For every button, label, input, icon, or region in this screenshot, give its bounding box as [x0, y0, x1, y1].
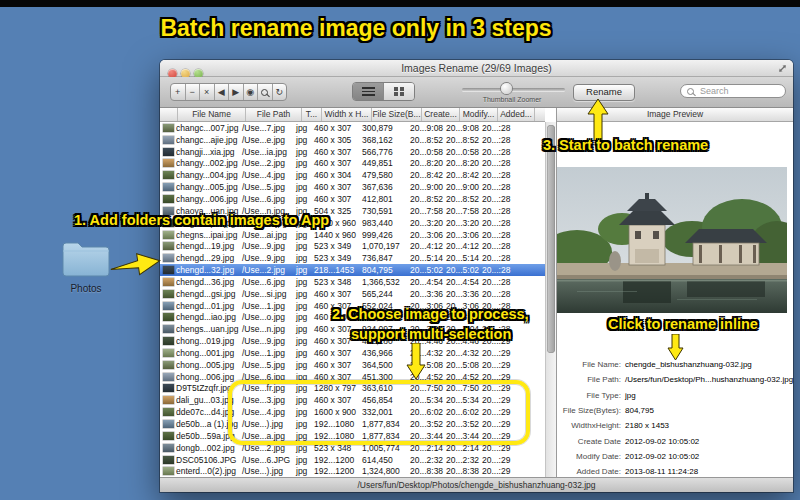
table-scrollbar-thumb[interactable]	[547, 125, 555, 353]
preview-eye-button[interactable]: ◉	[244, 84, 259, 100]
cell-dims: 460 x 307	[312, 348, 360, 358]
table-row[interactable]: changc...ajie.jpg/Use...e.jpgjpg460 x 30…	[160, 134, 545, 146]
column-header-7[interactable]: Modify...	[460, 108, 498, 121]
cell-added: 20...:29	[480, 466, 515, 476]
column-header-3[interactable]: T...	[302, 108, 322, 121]
photos-folder[interactable]: Photos	[58, 238, 114, 294]
refresh-button[interactable]: ↻	[273, 84, 287, 100]
cell-added: 20...:28	[480, 230, 515, 240]
table-row[interactable]: changy...004.jpg/Use...4.jpgjpg460 x 304…	[160, 169, 545, 181]
table-row[interactable]: enterd...0(2).jpg/Use...).jpgjpg192...12…	[160, 465, 545, 477]
next-button[interactable]: ▶	[229, 84, 244, 100]
table-row[interactable]: chengd...19.jpg/Use...9.jpgjpg523 x 3491…	[160, 240, 545, 252]
table-row[interactable]: changc...007.jpg/Use...7.jpgjpg460 x 307…	[160, 122, 545, 134]
table-row[interactable]: changy...006.jpg/Use...6.jpgjpg460 x 307…	[160, 193, 545, 205]
window-title: Images Rename (29/69 Images)	[160, 62, 793, 74]
cell-path: /Use...9.jpg	[240, 241, 294, 251]
resize-grip-icon[interactable]	[777, 63, 788, 74]
cell-modified: 20...3:06	[444, 230, 480, 240]
table-header-row: File NameFile PathT...Width x H...File S…	[160, 108, 545, 122]
remove-button[interactable]: −	[186, 84, 201, 100]
file-thumbnail-icon	[163, 290, 174, 298]
arrow-to-selection-icon	[406, 343, 426, 380]
cell-dims: 523 x 349	[312, 241, 360, 251]
cell-size: 730,591	[360, 206, 408, 216]
cell-dims: 460 x 307	[312, 194, 360, 204]
remove-icon: −	[190, 85, 195, 100]
delete-button[interactable]: ×	[200, 84, 215, 100]
cell-created: 20...3:20	[408, 218, 444, 228]
cell-added: 20...:28	[480, 289, 515, 299]
cell-name: chegns...ipai.jpg	[174, 230, 240, 240]
list-view-button[interactable]	[353, 83, 383, 100]
cell-type: jpg	[294, 466, 312, 476]
table-row[interactable]: chengd...29.jpg/Use...9.jpgjpg523 x 3497…	[160, 252, 545, 264]
image-preview-panel: Image Preview	[556, 108, 793, 477]
column-header-2[interactable]: File Path	[246, 108, 302, 121]
file-thumbnail-icon	[163, 408, 174, 416]
file-thumbnail-icon	[163, 396, 174, 404]
table-row[interactable]: changy...002.jpg/Use...2.jpgjpg460 x 307…	[160, 158, 545, 170]
grid-icon	[394, 87, 404, 96]
cell-modified: 20...4:12	[444, 241, 480, 251]
detail-row: Added Date:2013-08-11 11:24:28	[557, 467, 790, 476]
column-header-4[interactable]: Width x H...	[322, 108, 372, 121]
column-header-0[interactable]	[160, 108, 178, 121]
table-row[interactable]: changji...xia.jpg/Use...ia.jpgjpg460 x 3…	[160, 146, 545, 158]
detail-row: Modify Date:2012-09-02 10:05:02	[557, 452, 790, 461]
file-thumbnail-icon	[163, 136, 174, 144]
folder-label: Photos	[58, 283, 114, 294]
cell-type: jpg	[294, 241, 312, 251]
refresh-icon: ↻	[275, 85, 283, 100]
search-field[interactable]	[680, 84, 786, 98]
cell-path: /Use...5.jpg	[240, 182, 294, 192]
top-black-bar	[0, 0, 800, 7]
annotation-step3: 3. Start to batch rename	[543, 137, 708, 153]
detail-value: 804,795	[625, 406, 654, 415]
cell-dims: 460 x 307	[312, 289, 360, 299]
detail-label: File Size(Bytes):	[557, 406, 621, 415]
column-header-1[interactable]: File Name	[178, 108, 246, 121]
add-button[interactable]: +	[171, 84, 186, 100]
cell-path: /Use...2.jpg	[240, 265, 294, 275]
column-header-8[interactable]: Added...	[498, 108, 535, 121]
cell-added: 20...:28	[480, 206, 515, 216]
table-row[interactable]: chong...005.jpg/Use...5.jpgjpg460 x 3073…	[160, 359, 545, 371]
cell-created: 20...2:32	[408, 455, 444, 465]
cell-dims: 523 x 349	[312, 253, 360, 263]
file-thumbnail-icon	[163, 456, 174, 464]
status-bar-path: /Users/fun/Desktop/Photos/chengde_bishus…	[160, 477, 793, 492]
cell-created: 20...8:38	[408, 466, 444, 476]
cell-created: 20...8:42	[408, 170, 444, 180]
folder-icon	[61, 238, 111, 278]
cell-type: jpg	[294, 182, 312, 192]
tutorial-banner: Batch rename image only in 3 steps	[0, 15, 712, 42]
grid-view-button[interactable]	[383, 83, 414, 100]
cell-name: DSC05106.JPG	[174, 455, 240, 465]
detail-value[interactable]: chengde_bishushanzhuang-032.jpg	[625, 360, 752, 369]
cell-type: jpg	[294, 253, 312, 263]
table-row[interactable]: changy...005.jpg/Use...5.jpgjpg460 x 307…	[160, 181, 545, 193]
column-header-6[interactable]: Create...	[422, 108, 460, 121]
cell-added: 20...:28	[480, 123, 515, 133]
previous-button[interactable]: ◀	[215, 84, 230, 100]
file-thumbnail-icon	[163, 325, 174, 333]
zoom-search-button[interactable]	[258, 84, 273, 100]
detail-value: 2012-09-02 10:05:02	[625, 437, 699, 446]
cell-name: chengd...01.jpg	[174, 301, 240, 311]
thumbnail-zoom-slider-knob[interactable]	[501, 83, 512, 94]
table-row[interactable]: chengd...gsi.jpg/Use...si.jpgjpg460 x 30…	[160, 288, 545, 300]
thumbnail-zoom-slider-track[interactable]	[462, 88, 565, 91]
table-row[interactable]: chengd...32.jpg/Use...2.jpgjpg218...1453…	[160, 264, 545, 276]
table-row[interactable]: DSC05106.JPG/Use...6.JPGjpg192...1200614…	[160, 454, 545, 466]
table-row[interactable]: chengd...36.jpg/Use...6.jpgjpg523 x 3481…	[160, 276, 545, 288]
table-row[interactable]: chong...001.jpg/Use...1.jpgjpg460 x 3074…	[160, 347, 545, 359]
window-titlebar: Images Rename (29/69 Images)	[160, 60, 793, 77]
table-row[interactable]: chegns...ipai.jpg/Use...ai.jpgjpg1440 x …	[160, 229, 545, 241]
search-input[interactable]	[698, 85, 782, 97]
cell-size: 368,162	[360, 135, 408, 145]
cell-name: changy...006.jpg	[174, 194, 240, 204]
column-header-5[interactable]: File Size(B...	[372, 108, 422, 121]
cell-path: /Use...n.jpg	[240, 324, 294, 334]
cell-path: /Use...1.jpg	[240, 301, 294, 311]
